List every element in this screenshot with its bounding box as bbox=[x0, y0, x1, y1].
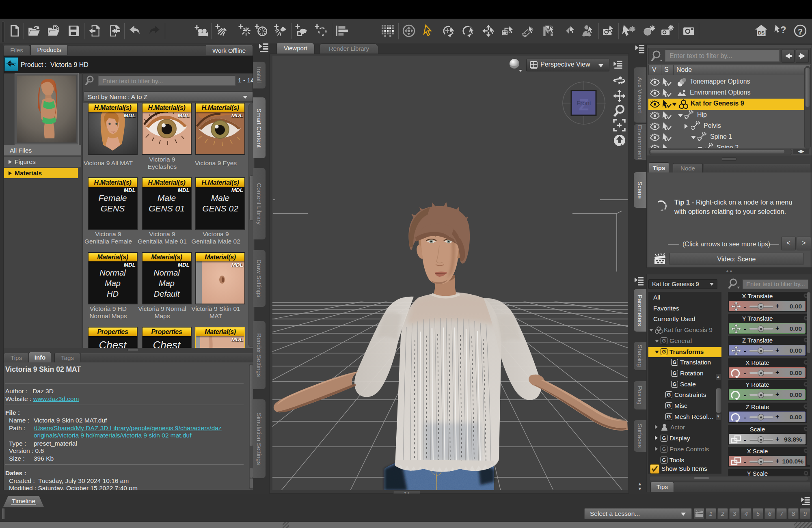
svg-text:DS: DS bbox=[758, 30, 764, 35]
svg-text:?: ? bbox=[798, 27, 803, 36]
svg-text:Front: Front bbox=[577, 99, 592, 106]
svg-text:?: ? bbox=[780, 25, 786, 35]
